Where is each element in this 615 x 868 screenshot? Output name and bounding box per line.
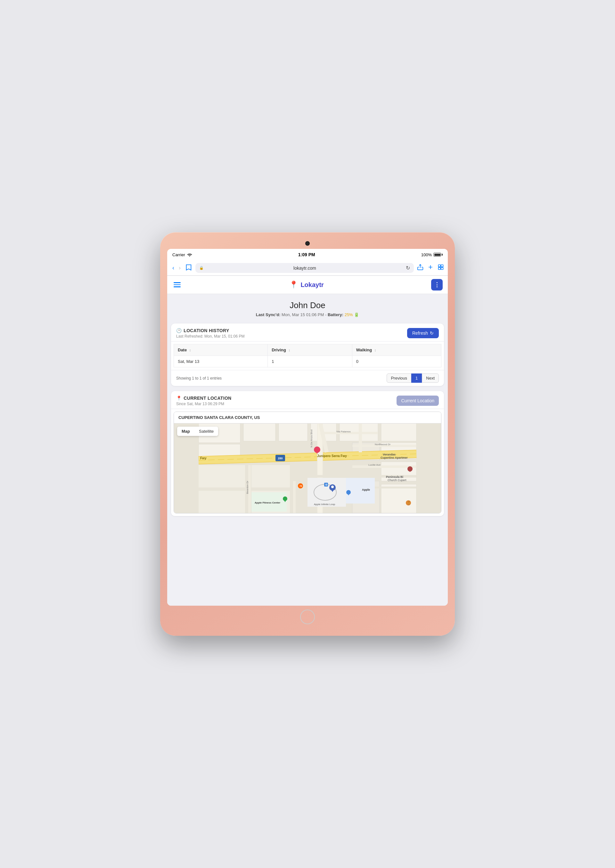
- map-controls: Map Satellite: [177, 427, 218, 436]
- more-options-button[interactable]: ⋮: [431, 279, 443, 290]
- svg-rect-6: [439, 267, 441, 270]
- more-options-icon: ⋮: [434, 281, 440, 288]
- date-cell: Sat, Mar 13: [174, 356, 268, 367]
- driving-cell: 1: [268, 356, 352, 367]
- app-header: 📍 Lokaytr ⋮: [167, 276, 448, 294]
- main-content: John Doe Last Sync'd: Mon, Mar 15 01:06 …: [167, 294, 448, 606]
- page-1-button[interactable]: 1: [411, 373, 422, 383]
- pagination: Previous 1 Next: [387, 373, 439, 383]
- ipad-frame: Carrier 1:09 PM 100%: [160, 232, 455, 636]
- svg-text:280: 280: [278, 457, 283, 460]
- since-subtitle: Since Sat, Mar 13 06:29 PM: [176, 402, 232, 406]
- browser-actions: [417, 264, 444, 272]
- status-left: Carrier: [172, 252, 192, 257]
- date-column-header[interactable]: Date ↕: [174, 344, 268, 356]
- location-history-header: 🕐 LOCATION HISTORY Last Refreshed: Mon, …: [171, 323, 444, 342]
- location-history-table-wrapper: Date ↕ Driving ↕ Walking ↕: [171, 342, 444, 370]
- svg-rect-5: [441, 265, 443, 267]
- svg-text:Peninsula Bi: Peninsula Bi: [386, 475, 403, 479]
- svg-text:Northwood Dr: Northwood Dr: [375, 443, 391, 446]
- svg-text:76: 76: [300, 485, 302, 487]
- next-button[interactable]: Next: [422, 373, 439, 383]
- battery-value: 25%: [345, 312, 353, 317]
- location-history-title-group: 🕐 LOCATION HISTORY Last Refreshed: Mon, …: [176, 328, 244, 339]
- svg-text:Fwy: Fwy: [200, 456, 207, 460]
- wifi-icon: [187, 253, 192, 256]
- lock-icon: 🔒: [199, 266, 204, 270]
- previous-button[interactable]: Previous: [387, 373, 411, 383]
- status-right: 100%: [421, 252, 443, 257]
- svg-text:N De Anza Blvd: N De Anza Blvd: [310, 429, 313, 448]
- svg-text:⊕: ⊕: [325, 483, 328, 486]
- map-tab-button[interactable]: Map: [177, 427, 194, 436]
- app-title: Lokaytr: [300, 281, 323, 289]
- svg-rect-12: [279, 423, 308, 441]
- svg-rect-49: [308, 478, 346, 507]
- current-location-header: 📍 CURRENT LOCATION Since Sat, Mar 13 06:…: [171, 391, 444, 409]
- battery-icon: [433, 253, 443, 256]
- back-button[interactable]: ‹: [171, 263, 176, 273]
- screen: Carrier 1:09 PM 100%: [167, 249, 448, 606]
- svg-text:Apple Infinite Loop: Apple Infinite Loop: [314, 503, 336, 506]
- last-synced-value: Mon, Mar 15 01:06 PM: [281, 312, 324, 317]
- date-sort-icon: ↕: [189, 348, 191, 352]
- location-history-table: Date ↕ Driving ↕ Walking ↕: [173, 344, 442, 367]
- svg-point-0: [189, 256, 190, 256]
- svg-text:🧍: 🧍: [407, 501, 411, 505]
- location-history-card: 🕐 LOCATION HISTORY Last Refreshed: Mon, …: [171, 323, 444, 386]
- svg-rect-39: [198, 465, 245, 487]
- home-button[interactable]: [300, 609, 315, 624]
- bookmarks-button[interactable]: [185, 264, 192, 272]
- svg-text:Lucille Ave: Lucille Ave: [368, 464, 381, 466]
- satellite-tab-button[interactable]: Satellite: [194, 427, 218, 436]
- svg-text:Apple: Apple: [362, 488, 370, 491]
- forward-button[interactable]: ›: [178, 263, 182, 273]
- showing-text: Showing 1 to 1 of 1 entries: [176, 376, 222, 381]
- map-view[interactable]: 280 N De Anza Blvd Junipero Serr: [174, 423, 441, 513]
- current-location-title-group: 📍 CURRENT LOCATION Since Sat, Mar 13 06:…: [176, 396, 232, 406]
- svg-rect-7: [441, 267, 443, 270]
- home-button-area: [300, 606, 315, 627]
- last-refreshed-subtitle: Last Refreshed: Mon, Mar 15, 01:06 PM: [176, 334, 244, 339]
- svg-rect-26: [359, 423, 362, 452]
- battery-pct-label: 100%: [421, 252, 432, 257]
- last-synced-label: Last Sync'd:: [256, 312, 281, 317]
- refresh-icon: ↻: [430, 331, 434, 336]
- svg-text:Apple Fitness Center: Apple Fitness Center: [254, 501, 280, 504]
- svg-rect-40: [198, 491, 245, 513]
- svg-rect-4: [439, 265, 441, 267]
- tabs-button[interactable]: [437, 264, 444, 272]
- current-location-title: 📍 CURRENT LOCATION: [176, 396, 232, 401]
- url-text: lokaytr.com: [206, 265, 404, 271]
- url-bar[interactable]: 🔒 lokaytr.com ↻: [195, 263, 414, 273]
- svg-rect-38: [293, 481, 296, 513]
- browser-bar: ‹ › 🔒 lokaytr.com ↻: [167, 261, 448, 276]
- user-sync-info: Last Sync'd: Mon, Mar 15 01:06 PM - Batt…: [171, 312, 444, 317]
- driving-column-header[interactable]: Driving ↕: [268, 344, 352, 356]
- status-bar: Carrier 1:09 PM 100%: [167, 249, 448, 261]
- battery-label: Battery:: [328, 312, 343, 317]
- reload-button[interactable]: ↻: [406, 265, 410, 271]
- svg-text:Via Palamos: Via Palamos: [336, 430, 351, 433]
- nav-buttons: ‹ ›: [171, 263, 182, 273]
- battery-icon-emoji: 🔋: [354, 312, 359, 317]
- walking-column-header[interactable]: Walking ↕: [352, 344, 441, 356]
- svg-text:Cupertino Apartmer: Cupertino Apartmer: [381, 456, 408, 459]
- user-section: John Doe Last Sync'd: Mon, Mar 15 01:06 …: [171, 300, 444, 317]
- current-location-button[interactable]: Current Location: [396, 396, 439, 406]
- svg-text:Beardon Dr: Beardon Dr: [246, 481, 249, 494]
- hamburger-button[interactable]: [172, 281, 182, 289]
- refresh-button[interactable]: Refresh ↻: [407, 328, 439, 338]
- new-tab-button[interactable]: [427, 264, 434, 272]
- table-footer: Showing 1 to 1 of 1 entries Previous 1 N…: [171, 370, 444, 386]
- pin-icon: 📍: [176, 396, 182, 401]
- svg-text:Junipero Serra Fwy: Junipero Serra Fwy: [317, 454, 347, 458]
- current-location-card: 📍 CURRENT LOCATION Since Sat, Mar 13 06:…: [171, 391, 444, 516]
- carrier-label: Carrier: [172, 252, 185, 257]
- svg-rect-18: [381, 484, 417, 513]
- refresh-label: Refresh: [412, 331, 428, 336]
- map-location-title: CUPERTINO SANTA CLARA COUNTY, US: [174, 412, 441, 423]
- status-time: 1:09 PM: [298, 252, 315, 257]
- walking-cell: 0: [352, 356, 441, 367]
- share-button[interactable]: [417, 264, 423, 272]
